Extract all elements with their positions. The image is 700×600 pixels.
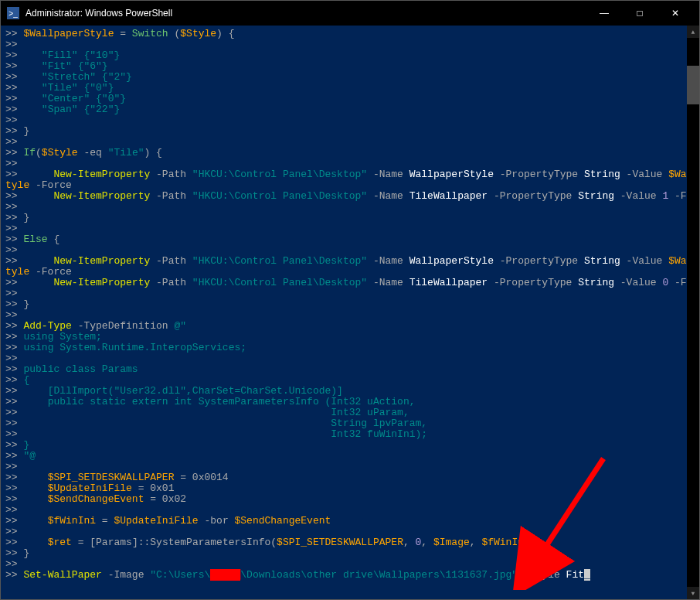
window-title: Administrator: Windows PowerShell — [25, 8, 586, 19]
minimize-button[interactable]: — — [586, 1, 622, 26]
cursor: _ — [584, 569, 590, 581]
window-controls: — □ ✕ — [586, 1, 693, 26]
redacted-username: █████ — [210, 569, 240, 581]
scroll-thumb[interactable] — [687, 66, 699, 104]
var: $WallpaperStyle — [23, 28, 114, 39]
powershell-icon: >_ — [7, 7, 19, 19]
scroll-up-button[interactable]: ▲ — [687, 26, 699, 38]
vertical-scrollbar[interactable]: ▲ ▼ — [687, 26, 699, 599]
prompt: >> — [5, 28, 18, 39]
set-wallpaper-cmd: Set-WallPaper — [23, 569, 101, 581]
titlebar[interactable]: >_ Administrator: Windows PowerShell — □… — [1, 1, 699, 26]
terminal-area: >> $WallpaperStyle = Switch ($Style) { >… — [1, 26, 699, 599]
maximize-button[interactable]: □ — [622, 1, 658, 26]
close-button[interactable]: ✕ — [658, 1, 693, 26]
terminal-output[interactable]: >> $WallpaperStyle = Switch ($Style) { >… — [1, 26, 687, 599]
powershell-window: >_ Administrator: Windows PowerShell — □… — [0, 0, 700, 600]
scroll-down-button[interactable]: ▼ — [687, 587, 699, 599]
